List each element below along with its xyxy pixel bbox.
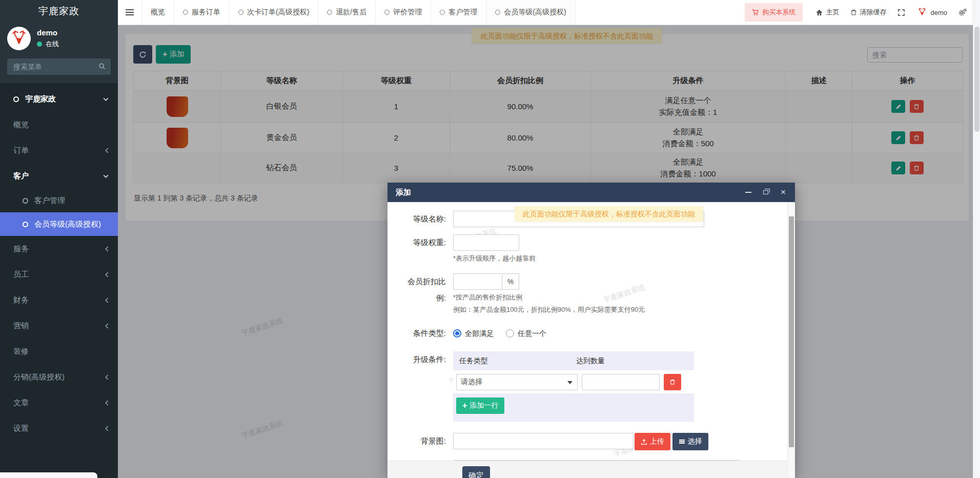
background-image-label: 背景图: — [398, 433, 453, 449]
sidebar-item-decoration[interactable]: 装修 — [0, 338, 118, 364]
add-dialog: 添加 × 宇鹿家政系统 宇鹿家政系统 宇鹿家政系统 宇鹿家政系统 宇鹿家政系统 … — [387, 183, 795, 478]
task-type-select[interactable]: 请选择 — [456, 374, 578, 390]
upload-button[interactable]: 上传 — [635, 433, 670, 450]
discount-label: 会员折扣比例: — [398, 273, 453, 306]
circle-icon — [238, 10, 243, 15]
level-name-label: 等级名称: — [398, 211, 453, 227]
user-panel: demo 在线 — [0, 23, 118, 55]
add-form: 等级名称: 等级权重: *表示升级顺序，越小越靠前 会员折扣比例: — [387, 202, 795, 478]
dialog-body: 宇鹿家政系统 宇鹿家政系统 宇鹿家政系统 宇鹿家政系统 宇鹿家政系统 此页面功能… — [387, 202, 795, 478]
app-root: 宇鹿家政 demo 在线 — [0, 0, 980, 478]
discount-help-text-2: 例如：某产品金额100元，折扣比例90%，用户实际需要支付90元 — [453, 305, 645, 314]
chevron-down-icon — [103, 163, 109, 189]
circle-icon — [183, 10, 188, 15]
add-row-button[interactable]: + 添加一行 — [456, 397, 504, 414]
discount-input[interactable] — [453, 273, 502, 290]
trash-icon — [850, 9, 857, 16]
radio-unselected-icon — [506, 329, 514, 337]
user-status-label: 在线 — [46, 39, 59, 49]
sidebar-item-staff[interactable]: 员工 — [0, 262, 118, 287]
minimize-icon[interactable] — [745, 189, 752, 196]
sidebar-item-articles[interactable]: 文章 — [0, 390, 118, 415]
sidebar-top: 宇鹿家政 demo 在线 — [0, 0, 118, 83]
circle-icon — [495, 10, 500, 15]
user-avatar — [7, 27, 31, 50]
settings-button[interactable] — [958, 8, 967, 16]
radio-any-condition[interactable]: 任意一个 — [506, 329, 546, 338]
tab-overview[interactable]: 概览 — [141, 0, 174, 25]
upgrade-condition-panel: 任务类型 达到数量 请选择 + 添加一行 — [453, 351, 694, 422]
sidebar-item-brand-group[interactable]: 宇鹿家政 — [0, 86, 118, 112]
sidebar-item-orders[interactable]: 订单 — [0, 137, 118, 163]
sidebar: 宇鹿家政 demo 在线 — [0, 0, 118, 478]
tab-refunds[interactable]: 退款/售后 — [318, 0, 376, 25]
sidebar-item-customers[interactable]: 客户 — [0, 163, 118, 189]
fullscreen-button[interactable] — [897, 9, 905, 16]
chevron-left-icon — [105, 262, 109, 287]
chevron-left-icon — [105, 137, 109, 163]
sidebar-item-marketing[interactable]: 营销 — [0, 313, 118, 338]
sidebar-menu: 宇鹿家政 概览 订单 客户 客户管理 会员等级(高级授权) 服务 员工 财务 营… — [0, 83, 118, 441]
circle-icon — [440, 10, 445, 15]
scroll-up-arrow-icon[interactable] — [788, 202, 795, 210]
sidebar-item-distribution[interactable]: 分销(高级授权) — [0, 364, 118, 390]
sidebar-item-settings[interactable]: 设置 — [0, 415, 118, 441]
scrollbar-thumb[interactable] — [789, 216, 794, 447]
amount-input[interactable] — [582, 374, 660, 390]
dialog-titlebar[interactable]: 添加 × — [387, 183, 795, 202]
chevron-left-icon — [105, 415, 109, 441]
circle-icon — [23, 222, 28, 227]
deer-logo-icon — [9, 28, 29, 49]
level-weight-input[interactable] — [453, 234, 519, 251]
choose-button[interactable]: 选择 — [672, 433, 708, 450]
tab-service-orders[interactable]: 服务订单 — [174, 0, 230, 25]
license-notice-toast: 此页面功能仅限于高级授权，标准授权不含此页面功能 — [515, 206, 703, 222]
dialog-title: 添加 — [396, 188, 411, 197]
close-icon[interactable]: × — [780, 189, 787, 196]
circle-icon — [384, 10, 390, 15]
home-icon — [815, 9, 823, 16]
tab-customer-management[interactable]: 客户管理 — [431, 0, 486, 25]
home-button[interactable]: 主页 — [815, 8, 839, 17]
condition-row: 请选择 — [453, 370, 694, 393]
user-menu[interactable]: demo — [916, 7, 947, 18]
sidebar-item-member-level[interactable]: 会员等级(高级授权) — [0, 212, 118, 236]
dialog-scrollbar[interactable] — [787, 202, 795, 478]
tab-member-level[interactable]: 会员等级(高级授权) — [486, 0, 575, 25]
clear-cache-button[interactable]: 清除缓存 — [850, 8, 886, 17]
online-dot-icon — [37, 42, 42, 47]
chevron-left-icon — [105, 313, 109, 338]
level-weight-label: 等级权重: — [398, 234, 453, 251]
radio-all-conditions[interactable]: 全部满足 — [453, 329, 494, 338]
chevron-left-icon — [105, 390, 109, 415]
circle-icon — [23, 198, 28, 204]
sidebar-toggle-button[interactable] — [118, 0, 141, 25]
sidebar-search-input[interactable] — [7, 58, 111, 75]
tab-review-management[interactable]: 评价管理 — [376, 0, 431, 25]
circle-icon — [13, 96, 19, 102]
sidebar-item-customer-management[interactable]: 客户管理 — [0, 189, 118, 212]
sidebar-item-finance[interactable]: 财务 — [0, 287, 118, 313]
navbar-actions: 购买本系统 主页 清除缓存 demo — [745, 0, 980, 25]
tab-card-orders[interactable]: 次卡订单(高级授权) — [230, 0, 318, 25]
user-info: demo 在线 — [37, 28, 59, 49]
top-navbar: 概览 服务订单 次卡订单(高级授权) 退款/售后 评价管理 客户管理 会员等级(… — [118, 0, 980, 25]
task-type-header: 任务类型 — [453, 351, 576, 370]
search-icon — [98, 63, 106, 70]
scroll-down-arrow-icon[interactable] — [788, 451, 795, 460]
page-scrollbar-thumb[interactable] — [974, 27, 979, 132]
chevron-down-icon — [103, 86, 109, 112]
percent-addon: % — [502, 273, 519, 290]
radio-selected-icon — [453, 329, 461, 337]
background-image-input[interactable] — [453, 433, 634, 449]
discount-help-text-1: *按产品的售价折扣比例 — [453, 293, 645, 302]
buy-system-button[interactable]: 购买本系统 — [745, 3, 803, 22]
sidebar-search — [7, 58, 111, 75]
sidebar-item-overview[interactable]: 概览 — [0, 112, 118, 137]
maximize-icon[interactable] — [762, 189, 769, 196]
page-scrollbar[interactable] — [973, 0, 980, 478]
sidebar-item-services[interactable]: 服务 — [0, 236, 118, 262]
remove-row-button[interactable] — [664, 374, 681, 390]
confirm-button[interactable]: 确定 — [462, 466, 490, 478]
trash-icon — [669, 379, 676, 385]
